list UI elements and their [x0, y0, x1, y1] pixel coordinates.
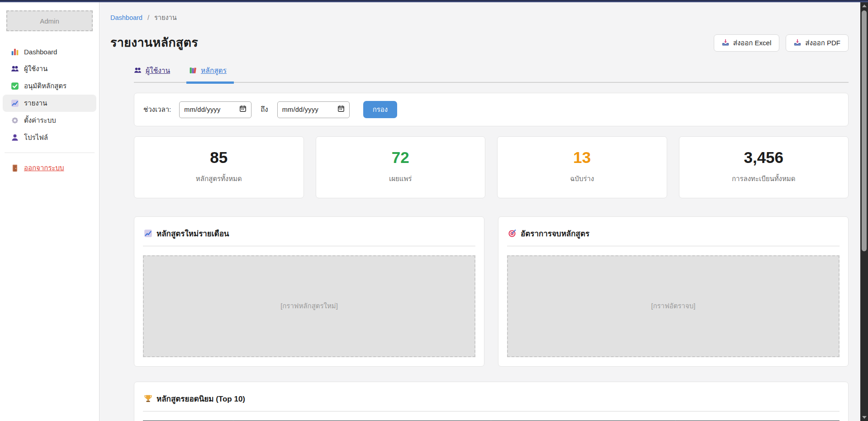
sidebar-item-label: ออกจากระบบ: [24, 163, 64, 173]
stat-label: เผยแพร่: [321, 173, 481, 184]
tab-courses-label: หลักสูตร: [201, 65, 227, 76]
panel-top-courses: หลักสูตรยอดนิยม (Top 10): [134, 382, 849, 421]
target-icon: [508, 229, 517, 238]
charts-row: หลักสูตรใหม่รายเดือน [กราฟหลักสูตรใหม่] …: [134, 216, 849, 367]
panel-completion-rate: อัตราการจบหลักสูตร [กราฟอัตราจบ]: [498, 216, 849, 367]
main-content: Dashboard / รายงาน รายงานหลักสูตร ส่งออก…: [100, 2, 860, 421]
report-chart-icon: [11, 99, 19, 107]
breadcrumb-current: รายงาน: [154, 14, 177, 21]
sidebar-item-label: รายงาน: [24, 98, 47, 109]
export-pdf-label: ส่งออก PDF: [805, 38, 840, 48]
date-from-input[interactable]: mm/dd/yyyy: [179, 101, 251, 118]
stat-value: 3,456: [684, 149, 844, 167]
filter-submit-button[interactable]: กรอง: [363, 101, 397, 118]
stat-card-total-courses: 85 หลักสูตรทั้งหมด: [134, 136, 304, 198]
sidebar-item-users[interactable]: ผู้ใช้งาน: [3, 60, 96, 77]
date-to-input[interactable]: mm/dd/yyyy: [277, 101, 350, 118]
export-excel-button[interactable]: ส่งออก Excel: [714, 34, 779, 52]
stat-card-published: 72 เผยแพร่: [316, 136, 486, 198]
scrollbar-thumb[interactable]: [862, 10, 867, 251]
placeholder-text: [กราฟอัตราจบ]: [651, 301, 695, 311]
export-pdf-button[interactable]: ส่งออก PDF: [786, 34, 849, 52]
stats-row: 85 หลักสูตรทั้งหมด 72 เผยแพร่ 13 ฉบับร่า…: [134, 136, 849, 198]
sidebar-item-approve-courses[interactable]: อนุมัติหลักสูตร: [3, 77, 96, 95]
new-courses-chart-placeholder: [กราฟหลักสูตรใหม่]: [143, 255, 475, 357]
download-tray-icon: [794, 39, 801, 48]
to-label: ถึง: [261, 104, 268, 115]
chart-up-icon: [144, 229, 152, 238]
sidebar-item-logout[interactable]: ออกจากระบบ: [3, 159, 96, 177]
window-top-bar: [0, 0, 868, 2]
title-row: รายงานหลักสูตร ส่งออก Excel ส่งออก PDF: [110, 33, 849, 52]
tab-courses[interactable]: หลักสูตร: [189, 65, 227, 82]
approve-check-icon: [11, 82, 19, 90]
stat-label: หลักสูตรทั้งหมด: [139, 173, 299, 184]
date-to-value: mm/dd/yyyy: [282, 106, 334, 113]
panel-title: หลักสูตรยอดนิยม (Top 10): [157, 392, 245, 405]
sidebar-item-label: อนุมัติหลักสูตร: [24, 81, 66, 91]
stat-label: ฉบับร่าง: [502, 173, 662, 184]
export-buttons: ส่งออก Excel ส่งออก PDF: [714, 33, 849, 52]
dashboard-icon: [11, 48, 19, 56]
page-title: รายงานหลักสูตร: [110, 33, 198, 52]
panel-title: หลักสูตรใหม่รายเดือน: [157, 227, 229, 239]
tab-users-label: ผู้ใช้งาน: [146, 65, 170, 76]
sidebar-item-label: Dashboard: [24, 48, 57, 56]
scrollbar-up-arrow-icon[interactable]: [860, 2, 868, 10]
door-icon: [11, 164, 19, 172]
placeholder-text: [กราฟหลักสูตรใหม่]: [280, 301, 338, 311]
sidebar-item-dashboard[interactable]: Dashboard: [3, 43, 96, 60]
sidebar-item-label: ผู้ใช้งาน: [24, 63, 47, 74]
breadcrumb-separator: /: [147, 14, 149, 21]
calendar-icon[interactable]: [337, 105, 345, 114]
calendar-icon[interactable]: [239, 105, 247, 114]
stat-value: 85: [139, 149, 299, 167]
export-excel-label: ส่งออก Excel: [733, 38, 771, 48]
sidebar-divider: [5, 153, 95, 153]
date-from-value: mm/dd/yyyy: [184, 106, 236, 113]
download-tray-icon: [722, 39, 729, 48]
gear-icon: [11, 116, 19, 124]
breadcrumb: Dashboard / รายงาน: [110, 12, 849, 23]
sidebar: Admin Dashboard ผู้ใช้งาน อนุมัติหลักสูต…: [0, 2, 100, 421]
scrollbar-down-arrow-icon[interactable]: [860, 414, 868, 421]
stat-card-total-enrollments: 3,456 การลงทะเบียนทั้งหมด: [679, 136, 849, 198]
trophy-icon: [144, 394, 152, 403]
filter-bar: ช่วงเวลา: mm/dd/yyyy ถึง mm/dd/yyyy กรอง: [134, 93, 849, 126]
stat-label: การลงทะเบียนทั้งหมด: [684, 173, 844, 184]
vertical-scrollbar[interactable]: [860, 2, 868, 421]
sidebar-item-settings[interactable]: ตั้งค่าระบบ: [3, 112, 96, 129]
breadcrumb-dashboard-link[interactable]: Dashboard: [110, 14, 142, 21]
stat-card-drafts: 13 ฉบับร่าง: [497, 136, 667, 198]
stat-value: 13: [502, 149, 662, 167]
panel-header: อัตราการจบหลักสูตร: [507, 224, 840, 246]
admin-logo-text: Admin: [40, 17, 59, 25]
panel-title: อัตราการจบหลักสูตร: [521, 227, 589, 239]
sidebar-item-label: โปรไฟล์: [24, 132, 48, 143]
completion-rate-chart-placeholder: [กราฟอัตราจบ]: [507, 255, 840, 357]
sidebar-item-label: ตั้งค่าระบบ: [24, 115, 56, 126]
stat-value: 72: [321, 149, 481, 167]
books-icon: [189, 67, 197, 75]
users-icon: [134, 67, 142, 75]
panel-new-courses: หลักสูตรใหม่รายเดือน [กราฟหลักสูตรใหม่]: [134, 216, 484, 367]
admin-logo-placeholder: Admin: [6, 10, 93, 31]
tab-users[interactable]: ผู้ใช้งาน: [134, 65, 170, 82]
tabs: ผู้ใช้งาน หลักสูตร: [134, 65, 849, 83]
panel-header: หลักสูตรใหม่รายเดือน: [143, 224, 475, 246]
sidebar-item-reports[interactable]: รายงาน: [3, 95, 96, 112]
users-icon: [11, 65, 19, 73]
sidebar-nav: Dashboard ผู้ใช้งาน อนุมัติหลักสูตร รายง…: [0, 43, 99, 177]
panel-header: หลักสูตรยอดนิยม (Top 10): [143, 389, 840, 411]
tab-section: ผู้ใช้งาน หลักสูตร ช่วงเวลา: mm/dd/yyyy …: [134, 65, 849, 421]
sidebar-item-profile[interactable]: โปรไฟล์: [3, 129, 96, 146]
profile-icon: [11, 134, 19, 142]
date-range-label: ช่วงเวลา:: [143, 104, 171, 115]
